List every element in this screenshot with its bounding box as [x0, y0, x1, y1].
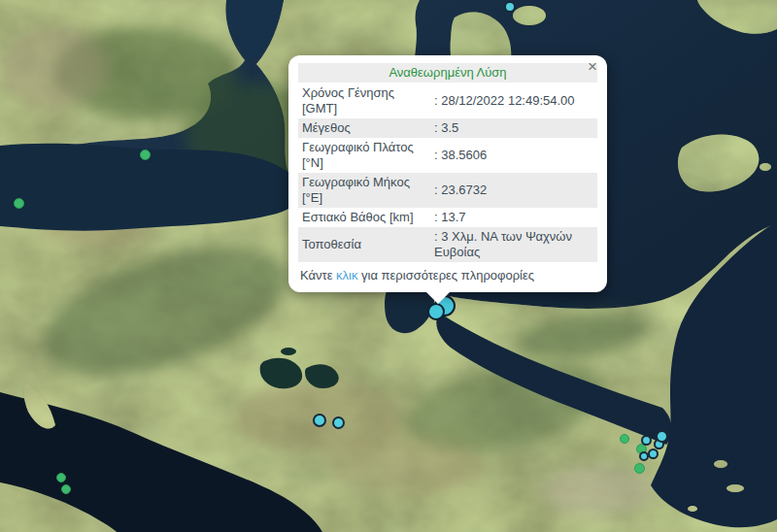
older-earthquake-marker[interactable] [14, 198, 24, 209]
older-earthquake-marker[interactable] [140, 150, 151, 160]
recent-earthquake-marker[interactable] [656, 430, 668, 443]
footer-text-suffix: για περισσότερες πληροφορίες [357, 268, 534, 283]
popup-footer: Κάντε κλικ για περισσότερες πληροφορίες [298, 266, 597, 283]
selected-earthquake-marker[interactable] [427, 303, 445, 320]
field-value: : 28/12/2022 12:49:54.00 [430, 83, 597, 118]
field-label: Εστιακό Βάθος [km] [298, 208, 430, 227]
map-canvas[interactable]: × Αναθεωρημένη Λύση Χρόνος Γένησης [GMT]… [0, 0, 777, 532]
popup-row: Γεωγραφικό Μήκος [°E]: 23.6732 [298, 173, 597, 208]
popup-row: Γεωγραφικό Πλάτος [°N]: 38.5606 [298, 138, 597, 173]
popup-close-button[interactable]: × [588, 59, 597, 75]
popup-row: Εστιακό Βάθος [km]: 13.7 [298, 208, 597, 227]
field-label: Χρόνος Γένησης [GMT] [298, 83, 430, 118]
older-earthquake-marker[interactable] [634, 463, 645, 474]
field-label: Γεωγραφικό Πλάτος [°N] [298, 138, 430, 173]
recent-earthquake-marker[interactable] [648, 449, 659, 459]
field-value: : 3.5 [430, 118, 597, 138]
field-label: Τοποθεσία [298, 227, 430, 262]
footer-text-prefix: Κάντε [300, 268, 336, 283]
popup-row: Μέγεθος: 3.5 [298, 118, 597, 138]
more-info-link[interactable]: κλικ [336, 268, 357, 283]
recent-earthquake-marker[interactable] [641, 435, 652, 446]
older-earthquake-marker[interactable] [61, 484, 71, 494]
field-value: : 23.6732 [430, 173, 597, 208]
popup-title: Αναθεωρημένη Λύση [298, 63, 597, 83]
event-details-table: Χρόνος Γένησης [GMT]: 28/12/2022 12:49:5… [298, 83, 597, 262]
older-earthquake-marker[interactable] [56, 473, 66, 482]
recent-earthquake-marker[interactable] [332, 416, 345, 429]
field-value: : 38.5606 [430, 138, 597, 173]
recent-earthquake-marker[interactable] [639, 451, 649, 461]
field-label: Γεωγραφικό Μήκος [°E] [298, 173, 430, 208]
popup-row: Τοποθεσία: 3 Χλμ. ΝΑ των Ψαχνών Ευβοίας [298, 227, 597, 262]
popup-table-body: Χρόνος Γένησης [GMT]: 28/12/2022 12:49:5… [298, 83, 597, 262]
recent-earthquake-marker[interactable] [313, 414, 326, 427]
field-label: Μέγεθος [298, 118, 430, 138]
older-earthquake-marker[interactable] [620, 434, 629, 444]
field-value: : 3 Χλμ. ΝΑ των Ψαχνών Ευβοίας [430, 227, 597, 262]
event-popup: × Αναθεωρημένη Λύση Χρόνος Γένησης [GMT]… [288, 55, 607, 292]
recent-earthquake-marker[interactable] [504, 1, 516, 13]
popup-row: Χρόνος Γένησης [GMT]: 28/12/2022 12:49:5… [298, 83, 597, 118]
field-value: : 13.7 [430, 208, 597, 227]
